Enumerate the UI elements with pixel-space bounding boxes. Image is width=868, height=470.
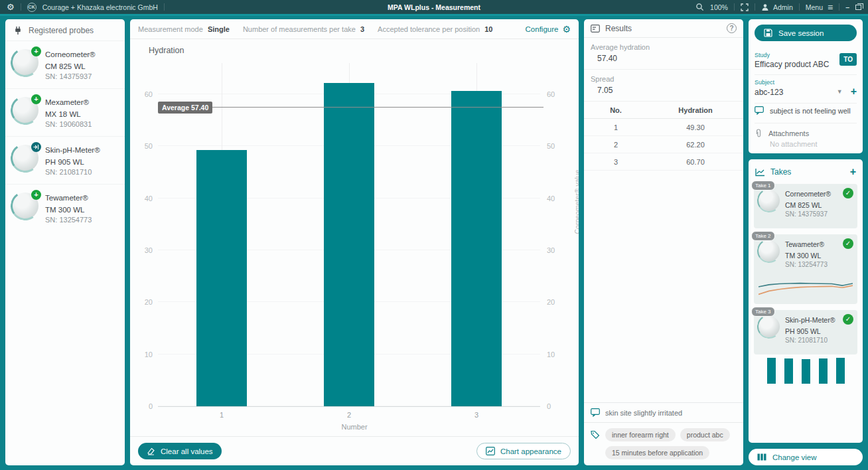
gear-icon: ⚙ [562,24,571,35]
registered-probes-panel: Registered probes + Corneometer® CM 825 … [5,19,125,465]
probe-name: Mexameter® [45,98,89,106]
take-item-3[interactable]: Take 3 ✓ Skin-pH-Meter® PH 905 WL SN: 21… [754,310,857,354]
take-number-badge: Take 2 [751,231,775,241]
change-view-button[interactable]: Change view [749,449,863,465]
y-tick-label: 60 [145,90,153,98]
app-window: ⚙ CK Courage + Khazaka electronic GmbH M… [0,0,868,470]
probes-header-label: Registered probes [29,26,94,35]
divider [755,3,755,11]
active-arrow-badge-icon [31,142,41,152]
take-number-badge: Take 1 [751,181,775,191]
titlebar: ⚙ CK Courage + Khazaka electronic GmbH M… [0,0,868,14]
probe-serial: SN: 21081710 [45,168,118,176]
add-take-button[interactable]: + [850,166,856,178]
y-tick-label: 0 [547,402,551,410]
results-comment-row: skin site slightly irritated [584,402,743,422]
subject-label: Subject [755,79,857,86]
probes-header: Registered probes [5,19,125,40]
menu-button[interactable]: Menu ≡ [806,2,833,13]
setting-label: Accepted tolerance per position [378,25,480,33]
save-session-label: Save session [778,29,824,37]
average-line: Average 57.40 [158,107,543,108]
spread-block: Spread 7.05 [584,70,743,102]
chart-title: Hydration [149,46,569,55]
eraser-icon [147,447,155,455]
attachments-section[interactable]: Attachments No attachment [755,123,857,148]
configure-label: Configure [526,25,559,33]
average-label: Average 57.40 [158,102,212,114]
average-hydration-value: 57.40 [597,54,737,63]
results-tags-row: inner forearm right product abc 15 minut… [584,422,743,465]
takes-title: Takes [770,167,791,177]
y-tick-label: 40 [547,195,555,202]
y-tick-label: 30 [145,246,153,254]
x-axis-labels: 123 [158,411,540,419]
user-icon [761,3,769,11]
probe-serial: SN: 13254773 [45,216,118,224]
tag-pill: inner forearm right [605,428,676,441]
chevron-down-icon[interactable]: ▼ [837,88,843,95]
mini-chart-bar [836,358,845,384]
clear-all-values-button[interactable]: Clear all values [138,443,222,459]
col-header-no: No. [584,106,648,114]
y-tick-label: 20 [145,298,153,306]
take-item-2[interactable]: Take 2 ✓ Tewameter® TM 300 WL SN: 132547… [754,234,857,304]
average-hydration-block: Average hydration 57.40 [584,38,743,70]
spread-label: Spread [591,75,737,83]
y-tick-label: 50 [145,142,153,150]
take-probe-serial: SN: 21081710 [785,337,853,344]
table-header-row: No. Hydration [584,102,743,119]
cell-no: 1 [584,123,648,131]
probe-item-tewameter[interactable]: + Tewameter® TM 300 WL SN: 13254773 [5,184,125,232]
clear-all-values-label: Clear all values [161,447,213,455]
y-tick-label: 10 [145,351,153,358]
probe-item-mexameter[interactable]: + Mexameter® MX 18 WL SN: 19060831 [5,88,125,136]
col-header-hydration: Hydration [648,106,743,114]
results-header: Results ? [584,19,743,38]
content-area: Registered probes + Corneometer® CM 825 … [0,14,868,470]
mini-chart-bar [784,358,793,384]
help-icon[interactable]: ? [727,23,737,33]
setting-value: 10 [484,25,492,33]
window-title: MPA WLplus - Measurement [388,3,480,11]
add-subject-button[interactable]: + [851,86,857,98]
take-probe-name: Tewameter® [785,240,824,248]
app-icon: ⚙ [7,2,15,12]
take-probe-model: TM 300 WL [785,252,821,260]
tag-pill: 15 minutes before application [605,446,709,459]
attachments-empty-text: No attachment [770,140,857,148]
divider [799,3,800,11]
chart-appearance-button[interactable]: Chart appearance [476,443,571,459]
check-icon: ✓ [843,238,853,249]
table-row: 1 49.30 [584,119,743,136]
change-view-label: Change view [772,453,816,461]
save-session-button[interactable]: Save session [755,25,857,41]
zoom-level[interactable]: 100% [710,3,728,11]
probe-item-skin-ph-meter[interactable]: Skin-pH-Meter® PH 905 WL SN: 21081710 [5,136,125,184]
spacer [584,171,743,402]
mini-chart-bar [819,358,828,384]
probe-serial: SN: 19060831 [45,120,118,128]
probe-image: + [12,97,38,123]
plus-badge-icon: + [31,46,41,56]
take-item-1[interactable]: Take 1 ✓ Corneometer® CM 825 WL SN: 1437… [754,184,857,228]
average-hydration-label: Average hydration [591,43,737,51]
probe-image [759,190,780,211]
user-menu[interactable]: Admin [761,3,793,11]
restore-button[interactable] [855,5,861,10]
chart-appearance-label: Chart appearance [500,447,561,455]
study-badge[interactable]: TO [839,53,857,66]
search-icon[interactable] [695,3,704,11]
plus-badge-icon: + [31,190,41,200]
mini-chart-bar [802,359,810,384]
subject-value[interactable]: abc-123 [755,88,783,97]
probe-model: CM 825 WL [45,62,86,70]
probe-image [12,145,38,171]
fullscreen-icon[interactable] [741,3,749,11]
minimize-button[interactable]: – [845,3,849,11]
configure-button[interactable]: Configure ⚙ [526,24,571,35]
probe-item-corneometer[interactable]: + Corneometer® CM 825 WL SN: 14375937 [5,40,125,88]
chart-bar [196,150,247,406]
results-table: No. Hydration 1 49.30 2 62.20 3 60.70 [584,102,743,171]
y-tick-label: 0 [149,402,153,410]
